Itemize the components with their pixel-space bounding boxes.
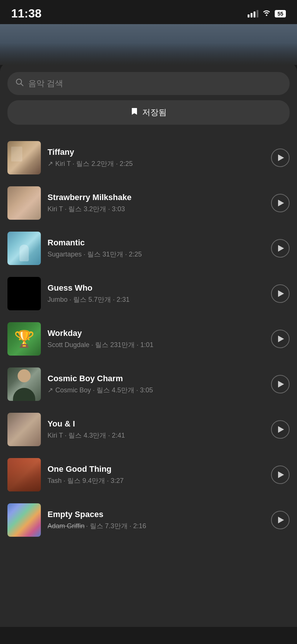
status-time: 11:38 xyxy=(11,7,42,20)
play-icon xyxy=(278,336,284,342)
track-info: Strawberry Milkshake Kiri T · 릴스 3.2만개 ·… xyxy=(48,193,264,213)
track-meta: Scott Dugdale · 릴스 231만개 · 1:01 xyxy=(48,340,264,349)
album-art-romantic xyxy=(7,232,41,265)
play-button[interactable] xyxy=(271,284,290,303)
track-title: Romantic xyxy=(48,238,264,248)
background-image xyxy=(0,24,297,65)
track-meta: ↗ Kiri T · 릴스 2.2만개 · 2:25 xyxy=(48,159,264,168)
track-meta: Sugartapes · 릴스 31만개 · 2:25 xyxy=(48,250,264,259)
album-art-tiffany xyxy=(7,141,41,174)
play-icon xyxy=(278,381,284,388)
track-info: Guess Who Jumbo · 릴스 5.7만개 · 2:31 xyxy=(48,283,264,304)
track-info: One Good Thing Tash · 릴스 9.4만개 · 3:27 xyxy=(48,464,264,485)
track-title: Tiffany xyxy=(48,147,264,157)
track-title: Guess Who xyxy=(48,283,264,293)
play-icon xyxy=(278,517,284,523)
list-item: Strawberry Milkshake Kiri T · 릴스 3.2만개 ·… xyxy=(0,180,297,226)
play-button[interactable] xyxy=(271,465,290,484)
saved-button[interactable]: 저장됨 xyxy=(7,100,290,125)
track-meta: ↗ Cosmic Boy · 릴스 4.5만개 · 3:05 xyxy=(48,386,264,395)
search-icon xyxy=(16,78,24,89)
play-icon xyxy=(278,471,284,478)
play-icon xyxy=(278,290,284,297)
list-item: You & I Kiri T · 릴스 4.3만개 · 2:41 xyxy=(0,407,297,452)
music-list: Tiffany ↗ Kiri T · 릴스 2.2만개 · 2:25 Straw… xyxy=(0,135,297,543)
list-item: Empty Spaces Adam Griffin · 릴스 7.3만개 · 2… xyxy=(0,497,297,543)
play-button[interactable] xyxy=(271,330,290,348)
list-item: One Good Thing Tash · 릴스 9.4만개 · 3:27 xyxy=(0,452,297,497)
saved-button-label: 저장됨 xyxy=(142,107,167,118)
list-item: Romantic Sugartapes · 릴스 31만개 · 2:25 xyxy=(0,226,297,271)
play-button[interactable] xyxy=(271,375,290,393)
wifi-icon xyxy=(262,9,271,18)
search-placeholder-text: 음악 검색 xyxy=(28,78,63,89)
status-icons: 55 xyxy=(248,9,286,18)
play-button[interactable] xyxy=(271,194,290,212)
bottom-sheet: 음악 검색 저장됨 Tiffany ↗ Kiri T · 릴스 2.2만개 · … xyxy=(0,63,297,627)
trending-icon: ↗ xyxy=(48,160,53,168)
bookmark-icon xyxy=(130,107,138,118)
track-meta: Tash · 릴스 9.4만개 · 3:27 xyxy=(48,476,264,485)
svg-line-1 xyxy=(21,84,23,86)
play-button[interactable] xyxy=(271,420,290,439)
search-container: 음악 검색 xyxy=(0,72,297,100)
album-art-empty xyxy=(7,503,41,537)
track-info: Romantic Sugartapes · 릴스 31만개 · 2:25 xyxy=(48,238,264,259)
play-icon xyxy=(278,245,284,252)
album-art-one-good xyxy=(7,458,41,491)
track-title: Empty Spaces xyxy=(48,510,264,519)
album-art-workday xyxy=(7,322,41,356)
list-item: Workday Scott Dugdale · 릴스 231만개 · 1:01 xyxy=(0,316,297,362)
track-info: Cosmic Boy Charm ↗ Cosmic Boy · 릴스 4.5만개… xyxy=(48,374,264,395)
album-art-strawberry xyxy=(7,186,41,220)
album-art-guess-who xyxy=(7,277,41,310)
track-title: Cosmic Boy Charm xyxy=(48,374,264,383)
list-item: Guess Who Jumbo · 릴스 5.7만개 · 2:31 xyxy=(0,271,297,316)
play-button[interactable] xyxy=(271,239,290,258)
signal-icon xyxy=(248,10,258,17)
play-button[interactable] xyxy=(271,511,290,529)
status-bar: 11:38 55 xyxy=(0,0,297,24)
track-meta: Kiri T · 릴스 4.3만개 · 2:41 xyxy=(48,431,264,440)
track-info: Empty Spaces Adam Griffin · 릴스 7.3만개 · 2… xyxy=(48,510,264,530)
play-icon xyxy=(278,200,284,206)
track-meta: Adam Griffin · 릴스 7.3만개 · 2:16 xyxy=(48,522,264,530)
track-title: One Good Thing xyxy=(48,464,264,474)
battery-indicator: 55 xyxy=(275,10,286,17)
track-title: You & I xyxy=(48,419,264,429)
track-title: Strawberry Milkshake xyxy=(48,193,264,202)
play-icon xyxy=(278,426,284,433)
saved-btn-container: 저장됨 xyxy=(0,100,297,135)
track-info: Tiffany ↗ Kiri T · 릴스 2.2만개 · 2:25 xyxy=(48,147,264,168)
search-bar[interactable]: 음악 검색 xyxy=(7,72,290,95)
track-info: You & I Kiri T · 릴스 4.3만개 · 2:41 xyxy=(48,419,264,440)
track-meta: Jumbo · 릴스 5.7만개 · 2:31 xyxy=(48,295,264,304)
play-icon xyxy=(278,154,284,161)
trending-icon: ↗ xyxy=(48,386,53,394)
track-info: Workday Scott Dugdale · 릴스 231만개 · 1:01 xyxy=(48,328,264,349)
album-art-you-i xyxy=(7,413,41,446)
album-art-cosmic xyxy=(7,367,41,401)
track-title: Workday xyxy=(48,328,264,338)
list-item: Cosmic Boy Charm ↗ Cosmic Boy · 릴스 4.5만개… xyxy=(0,362,297,407)
play-button[interactable] xyxy=(271,148,290,167)
track-meta: Kiri T · 릴스 3.2만개 · 3:03 xyxy=(48,205,264,213)
list-item: Tiffany ↗ Kiri T · 릴스 2.2만개 · 2:25 xyxy=(0,135,297,180)
